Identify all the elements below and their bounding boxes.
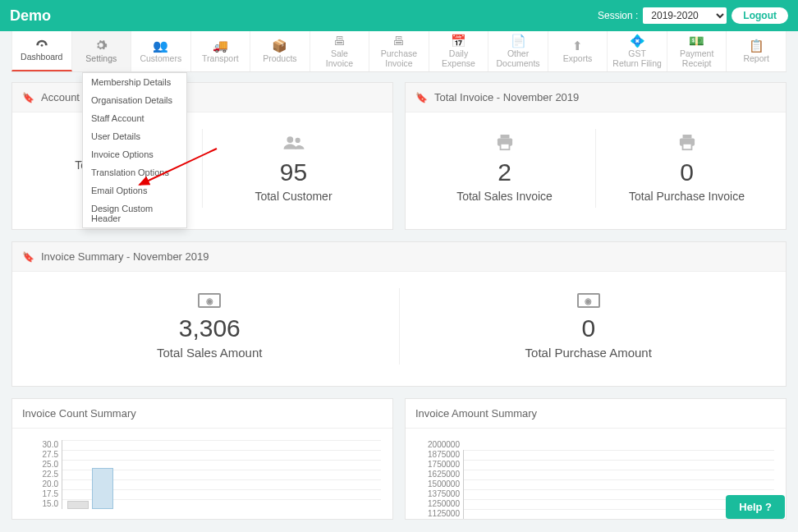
y-tick: 25.0 (24, 460, 62, 470)
nav-other-docs[interactable]: 📄 Other Documents (488, 31, 548, 71)
nav-label: Other (507, 48, 529, 58)
y-tick: 22.5 (24, 470, 62, 479)
stat-label: Total Customer (206, 190, 381, 203)
nav-label: Payment (680, 48, 713, 58)
nav-dashboard[interactable]: Dashboard (11, 31, 72, 71)
nav-label: Sale (331, 48, 348, 58)
help-button[interactable]: Help ? (726, 495, 785, 519)
nav-label: Daily (449, 48, 468, 58)
calendar-icon: 📅 (451, 34, 466, 47)
nav-report[interactable]: 📋 Report (727, 31, 787, 71)
bookmark-icon: 🔖 (22, 251, 34, 263)
y-tick: 1125000 (417, 509, 463, 519)
dd-staff-account[interactable]: Staff Account (83, 109, 186, 127)
y-tick: 27.5 (24, 450, 62, 460)
stat-value: 0 (403, 314, 775, 342)
stat-label: Total Sales Invoice (417, 190, 592, 203)
nav-label2: Invoice (385, 58, 412, 68)
nav-label: Products (263, 53, 296, 63)
panel-total-invoice: 🔖Total Invoice - November 2019 2 Total S… (405, 82, 787, 230)
y-tick: 20.0 (24, 479, 62, 489)
svg-point-2 (287, 136, 293, 143)
nav-transport[interactable]: 🚚 Transport (191, 31, 251, 71)
print-icon: 🖶 (333, 34, 346, 47)
stat-value: 95 (206, 158, 381, 186)
report-icon: 📋 (749, 39, 764, 52)
svg-rect-7 (682, 135, 691, 139)
nav-settings[interactable]: Settings (72, 31, 132, 71)
chart-bar (92, 468, 113, 509)
y-tick: 2000000 (417, 440, 463, 450)
invoice-count-chart: 30.0 27.5 25.0 22.5 20.0 17.5 15.0 (12, 429, 392, 509)
session-label: Session : (598, 10, 638, 21)
logout-button[interactable]: Logout (732, 7, 788, 24)
print-icon (417, 134, 592, 152)
y-tick: 1250000 (417, 499, 463, 509)
export-icon: ⬆ (572, 39, 583, 52)
nav-sale-invoice[interactable]: 🖶 Sale Invoice (310, 31, 370, 71)
print-icon (599, 134, 774, 152)
nav-gst[interactable]: 💠 GST Return Filing (608, 31, 667, 71)
truck-icon: 🚚 (213, 39, 228, 52)
chart-bar (67, 501, 89, 509)
stat-label: Total Purchase Invoice (599, 190, 774, 203)
nav-exports[interactable]: ⬆ Exports (548, 31, 608, 71)
stat-value: 0 (599, 158, 774, 186)
y-tick: 15.0 (24, 499, 62, 509)
nav-label2: Documents (496, 58, 539, 68)
nav-label2: Receipt (682, 58, 712, 68)
nav-label2: Expense (442, 58, 475, 68)
y-tick: 1375000 (417, 489, 463, 499)
y-tick: 1500000 (417, 479, 463, 489)
bookmark-icon: 🔖 (22, 92, 34, 103)
dd-organisation-details[interactable]: Organisation Details (83, 91, 186, 109)
session-select[interactable]: 2019-2020 (643, 7, 727, 24)
y-tick: 1750000 (417, 460, 463, 470)
dd-translation-options[interactable]: Translation Options (83, 163, 186, 181)
nav-customers[interactable]: 👥 Customers (131, 31, 191, 71)
document-icon: 📄 (511, 34, 526, 47)
nav-products[interactable]: 📦 Products (250, 31, 310, 71)
settings-dropdown: Membership Details Organisation Details … (82, 72, 187, 228)
stat-total-customer: 95 Total Customer (203, 129, 384, 208)
nav-label: Customers (140, 53, 181, 63)
svg-rect-4 (500, 135, 509, 139)
svg-rect-6 (500, 144, 509, 149)
gear-icon (94, 39, 108, 52)
nav-daily-expense[interactable]: 📅 Daily Expense (429, 31, 489, 71)
money-icon: 💵 (689, 34, 704, 47)
dd-membership-details[interactable]: Membership Details (83, 73, 186, 91)
dashboard-icon (35, 39, 48, 50)
stat-sales-invoice: 2 Total Sales Invoice (414, 129, 596, 208)
topbar-right: Session : 2019-2020 Logout (598, 7, 788, 24)
stat-total-purchase-amount: ◉ 0 Total Purchase Amount (400, 288, 778, 365)
y-tick: 17.5 (24, 489, 62, 499)
stat-total-sales-amount: ◉ 3,306 Total Sales Amount (21, 288, 400, 365)
y-tick: 1625000 (417, 470, 463, 479)
stat-label: Total Sales Amount (24, 346, 396, 360)
dd-email-options[interactable]: Email Options (83, 181, 186, 200)
tax-icon: 💠 (630, 34, 645, 47)
users-icon: 👥 (153, 39, 168, 52)
panel-title: Invoice Summary - November 2019 (41, 250, 209, 263)
dd-invoice-options[interactable]: Invoice Options (83, 145, 186, 163)
stat-purchase-invoice: 0 Total Purchase Invoice (596, 129, 777, 208)
nav-payment[interactable]: 💵 Payment Receipt (667, 31, 727, 71)
panel-title: Invoice Count Summary (22, 407, 136, 420)
nav-label: Report (743, 53, 769, 63)
dd-design-custom-header[interactable]: Design Custom Header (83, 200, 186, 227)
nav-label: Purchase (381, 48, 417, 58)
nav-label: Transport (202, 53, 239, 63)
print-icon: 🖶 (392, 34, 405, 47)
dd-user-details[interactable]: User Details (83, 127, 186, 145)
panel-invoice-summary: 🔖Invoice Summary - November 2019 ◉ 3,306… (11, 241, 787, 387)
svg-point-0 (40, 44, 43, 47)
money-icon: ◉ (198, 293, 221, 308)
money-icon: ◉ (577, 293, 600, 308)
stat-value: 3,306 (24, 314, 396, 342)
svg-rect-9 (682, 144, 691, 149)
box-icon: 📦 (272, 39, 287, 52)
brand-title: Demo (10, 7, 51, 25)
panel-invoice-count: Invoice Count Summary 30.0 27.5 25.0 22.… (11, 398, 393, 520)
nav-purchase-invoice[interactable]: 🖶 Purchase Invoice (369, 31, 429, 71)
